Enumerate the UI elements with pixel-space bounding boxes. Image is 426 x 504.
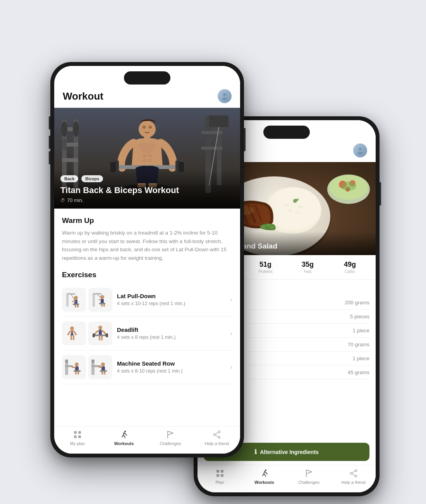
svg-rect-60	[106, 333, 108, 337]
exercise-name-3: Machine Seated Row	[117, 360, 226, 367]
clock-icon: ⏱	[60, 198, 65, 203]
svg-point-104	[266, 224, 270, 226]
svg-rect-43	[93, 293, 95, 307]
ingredient-amount-cherry: 5 pieces	[350, 314, 369, 319]
svg-point-98	[295, 211, 300, 214]
user-avatar[interactable]	[218, 89, 232, 103]
ingredient-amount-beef: 200 grams	[345, 300, 369, 306]
svg-point-63	[75, 362, 79, 366]
info-icon: ℹ	[254, 448, 257, 456]
exercise-deadlift[interactable]: Deadlift 4 sets x 8 reps (rest 1 min.) ›	[62, 317, 232, 350]
ingredient-amount-oil: 1 piece	[352, 356, 369, 361]
thumb-row-1	[62, 355, 86, 379]
svg-point-119	[355, 470, 357, 472]
svg-line-86	[216, 435, 218, 437]
flag-icon-2	[304, 468, 314, 478]
svg-point-31	[143, 126, 146, 129]
nav-workouts[interactable]: Workouts	[101, 430, 147, 446]
chevron-3: ›	[230, 364, 232, 371]
exercise-thumbs-3	[62, 355, 112, 379]
exercises-title: Exercises	[62, 271, 232, 279]
hero-duration: 70 min.	[67, 197, 84, 203]
nav-help-2[interactable]: Help a friend	[331, 468, 376, 485]
svg-rect-20	[143, 154, 146, 157]
svg-rect-79	[74, 435, 77, 438]
svg-point-18	[139, 121, 156, 138]
nav-workouts-label: Workouts	[114, 441, 134, 446]
svg-rect-22	[143, 159, 146, 162]
exercise-name-1: Lat Pull-Down	[117, 293, 226, 299]
svg-point-121	[355, 475, 357, 477]
scene: Workout	[39, 39, 387, 465]
exercise-seated-row[interactable]: Machine Seated Row 4 sets x 8-10 reps (r…	[62, 350, 232, 384]
svg-point-118	[265, 469, 266, 471]
svg-point-87	[359, 147, 362, 150]
nutrition-carbs: 49g Carbs	[330, 261, 369, 274]
ingredient-amount-rice: 45 grams	[348, 369, 369, 375]
svg-rect-8	[62, 158, 78, 162]
svg-rect-80	[78, 435, 81, 438]
thumb-dead-2	[88, 321, 112, 345]
ingredient-amount-cucumber: 1 piece	[352, 328, 369, 333]
alt-btn-label: Alternative Ingredients	[260, 449, 319, 455]
exercise-detail-1: 4 sets x 10-12 reps (rest 1 min.)	[117, 300, 226, 307]
user-avatar-2[interactable]	[353, 143, 367, 157]
carbs-value: 49g	[330, 261, 369, 269]
workout-scroll[interactable]: Warm Up Warm up by walking briskly on a …	[54, 209, 240, 426]
workout-hero: Back Biceps Titan Back & Biceps Workout …	[54, 108, 240, 209]
svg-rect-53	[73, 335, 74, 340]
nav-workouts-2[interactable]: Workouts	[242, 468, 287, 485]
chevron-1: ›	[230, 296, 232, 303]
nav-challenges-label: Challenges	[160, 441, 181, 446]
svg-rect-35	[67, 293, 75, 295]
hero-workout-title: Titan Back & Biceps Workout	[60, 185, 234, 195]
fats-label: Fats	[288, 269, 327, 274]
svg-rect-21	[148, 154, 152, 157]
exercise-info-1: Lat Pull-Down 4 sets x 10-12 reps (rest …	[117, 293, 226, 307]
svg-point-82	[218, 431, 220, 433]
svg-rect-16	[209, 116, 228, 127]
svg-rect-52	[70, 335, 72, 340]
nav-plan-label-2: Plan	[215, 480, 224, 485]
phone-workout: Workout	[50, 62, 244, 457]
nav-myplan[interactable]: My plan	[54, 430, 101, 446]
svg-point-105	[270, 226, 274, 228]
nav-challenges-2[interactable]: Challenges	[287, 468, 331, 485]
nav-plan-2[interactable]: Plan	[198, 468, 242, 485]
nav-help-label: Help a friend	[205, 441, 229, 446]
svg-line-122	[352, 471, 355, 473]
nav-help[interactable]: Help a friend	[194, 430, 240, 446]
nutrition-proteins: 51g Proteins	[246, 261, 285, 274]
svg-rect-67	[74, 370, 81, 372]
svg-point-37	[74, 296, 78, 300]
proteins-value: 51g	[246, 261, 285, 269]
hero-tags: Back Biceps	[60, 175, 234, 182]
svg-point-46	[100, 295, 104, 299]
svg-point-84	[218, 437, 220, 438]
nav-workouts-label-2: Workouts	[254, 480, 274, 485]
svg-rect-23	[148, 159, 152, 162]
dynamic-island-2	[263, 126, 310, 139]
thumb-lat-2	[88, 288, 112, 312]
svg-point-54	[98, 326, 102, 330]
carbs-label: Carbs	[330, 269, 369, 274]
proteins-label: Proteins	[246, 269, 285, 274]
nav-myplan-label: My plan	[70, 441, 85, 446]
nav-challenges[interactable]: Challenges	[147, 430, 194, 446]
lunch-bottom-nav: Plan Workouts	[198, 465, 376, 492]
svg-point-1	[222, 97, 227, 100]
exercise-info-2: Deadlift 4 sets x 8 reps (rest 1 min.)	[117, 326, 226, 341]
exercise-thumbs-1	[62, 288, 112, 312]
grid-icon	[72, 430, 82, 440]
exercise-lat-pulldown[interactable]: Lat Pull-Down 4 sets x 10-12 reps (rest …	[62, 283, 232, 317]
svg-point-71	[101, 362, 105, 366]
svg-rect-15	[201, 147, 223, 150]
svg-point-10	[73, 121, 79, 137]
svg-rect-50	[99, 303, 105, 304]
svg-point-9	[61, 121, 67, 137]
svg-point-0	[223, 93, 226, 96]
svg-point-83	[214, 434, 216, 436]
svg-rect-39	[72, 301, 76, 302]
svg-rect-75	[100, 370, 107, 372]
svg-line-85	[216, 432, 218, 434]
